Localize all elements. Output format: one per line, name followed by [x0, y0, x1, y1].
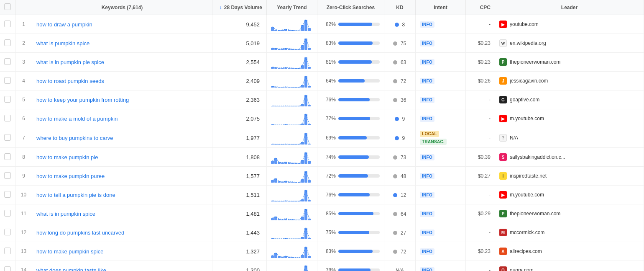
row-checkbox[interactable]	[4, 248, 11, 254]
zero-click-cell: 64%	[317, 72, 384, 90]
kd-dot	[395, 23, 399, 27]
badge-info: INFO	[420, 59, 434, 65]
row-checkbox[interactable]	[4, 58, 11, 65]
svg-rect-143	[308, 238, 311, 239]
zero-click-bar-bg	[338, 212, 380, 215]
header-zeroclik: Zero-Click Searches	[317, 0, 384, 15]
kd-cell: 75	[384, 34, 415, 53]
svg-rect-118	[304, 190, 307, 201]
keyword-cell: what does pumpkin taste like	[32, 261, 212, 271]
intent-cell: INFO	[415, 90, 465, 109]
svg-rect-96	[271, 180, 274, 183]
row-checkbox[interactable]	[4, 96, 11, 103]
kd-value: 27	[401, 230, 406, 236]
row-checkbox[interactable]	[4, 191, 11, 198]
intent-label: Intent	[434, 5, 447, 10]
zero-click-bar-bg	[338, 231, 380, 234]
svg-rect-47	[308, 86, 311, 88]
row-checkbox[interactable]	[4, 172, 11, 179]
cpc-cell: $0.39	[465, 148, 495, 167]
keyword-link[interactable]: how long do pumpkins last uncarved	[36, 230, 124, 236]
table-row: 1 how to draw a pumpkin 9,452 82% 8 INFO…	[0, 15, 644, 34]
favicon-sba: S	[499, 153, 507, 161]
row-number: 4	[15, 72, 32, 90]
keyword-link[interactable]: what is pumpkin spice	[36, 40, 89, 46]
table-row: 14 what does pumpkin taste like 1,300 78…	[0, 261, 644, 271]
row-checkbox[interactable]	[4, 153, 11, 160]
row-number: 1	[15, 15, 32, 34]
intent-cell: INFO	[415, 53, 465, 72]
leader-name: N/A	[510, 135, 518, 141]
leader-cell: i inspiredtaste.net	[495, 167, 644, 186]
volume-cell: 2,554	[212, 53, 266, 72]
table-row: 3 what is in pumpkin pie spice 2,554 81%…	[0, 53, 644, 72]
zero-click-bar-fill	[338, 212, 373, 215]
kd-cell: 12	[384, 186, 415, 204]
keyword-cell: how to draw a pumpkin	[32, 15, 212, 34]
cpc-cell: -	[465, 109, 495, 128]
row-checkbox[interactable]	[4, 21, 11, 27]
zero-click-pct: 69%	[322, 135, 336, 141]
select-all-checkbox[interactable]	[4, 3, 11, 10]
svg-rect-106	[304, 171, 307, 183]
cpc-label: CPC	[480, 5, 491, 10]
cpc-cell: $0.23	[465, 34, 495, 53]
row-checkbox[interactable]	[4, 115, 11, 121]
zero-click-cell: 78%	[317, 261, 384, 271]
table-row: 8 how to make pumpkin pie 1,808 74% 73 I…	[0, 148, 644, 167]
row-checkbox[interactable]	[4, 266, 11, 271]
keyword-link[interactable]: how to make pumpkin pie	[36, 154, 98, 160]
keyword-link[interactable]: where to buy pumpkins to carve	[36, 135, 113, 141]
row-checkbox[interactable]	[4, 210, 11, 217]
header-keywords[interactable]: Keywords (7,614)	[32, 0, 212, 15]
favicon-na: ?	[499, 134, 507, 142]
header-cpc: CPC	[465, 0, 495, 15]
kd-value: N/A	[396, 268, 404, 271]
keyword-link[interactable]: what is in pumpkin pie spice	[36, 59, 104, 65]
row-checkbox[interactable]	[4, 77, 11, 84]
zero-click-cell: 77%	[317, 109, 384, 128]
row-checkbox[interactable]	[4, 134, 11, 141]
keyword-link[interactable]: how to keep your pumpkin from rotting	[36, 97, 129, 103]
badge-info: INFO	[420, 78, 434, 84]
zero-click-cell: 83%	[317, 34, 384, 53]
header-volume[interactable]: ↓ 28 Days Volume	[212, 0, 266, 15]
row-checkbox-cell	[0, 167, 15, 186]
leader-name: mccormick.com	[510, 230, 544, 235]
keyword-link[interactable]: how to make pumpkin spice	[36, 248, 103, 255]
keyword-link[interactable]: how to draw a pumpkin	[36, 21, 92, 28]
badge-info: INFO	[420, 192, 434, 198]
header-trend: Yearly Trend	[266, 0, 317, 15]
volume-cell: 2,409	[212, 72, 266, 90]
keyword-link[interactable]: how to make pumpkin puree	[36, 173, 105, 179]
table-row: 2 what is pumpkin spice 5,019 83% 75 INF…	[0, 34, 644, 53]
volume-cell: 1,443	[212, 223, 266, 242]
row-number: 8	[15, 148, 32, 167]
favicon-yt: ▶	[499, 191, 507, 199]
keyword-link[interactable]: what does pumpkin taste like	[36, 267, 106, 271]
row-number: 5	[15, 90, 32, 109]
row-checkbox[interactable]	[4, 229, 11, 235]
table-row: 4 how to roast pumpkin seeds 2,409 64% 7…	[0, 72, 644, 90]
svg-rect-59	[308, 105, 311, 106]
table-row: 9 how to make pumpkin puree 1,577 72% 48…	[0, 167, 644, 186]
cpc-cell: $0.29	[465, 204, 495, 223]
row-checkbox-cell	[0, 53, 15, 72]
kd-cell: N/A	[384, 261, 415, 271]
trend-chart	[271, 18, 313, 31]
keyword-link[interactable]: what is in pumpkin spice	[36, 211, 95, 217]
badge-info: INFO	[420, 230, 434, 236]
kd-value: 63	[401, 59, 406, 65]
leader-cell: W en.wikipedia.org	[495, 34, 644, 53]
keyword-link[interactable]: how to roast pumpkin seeds	[36, 78, 104, 84]
leader-cell: S sallysbakingaddiction.c...	[495, 148, 644, 167]
keyword-link[interactable]: how to tell a pumpkin pie is done	[36, 192, 115, 198]
keyword-link[interactable]: how to make a mold of a pumpkin	[36, 116, 118, 122]
table-row: 12 how long do pumpkins last uncarved 1,…	[0, 223, 644, 242]
svg-rect-153	[301, 255, 304, 258]
row-checkbox-cell	[0, 186, 15, 204]
intent-cell: INFO	[415, 261, 465, 271]
cpc-cell: -	[465, 186, 495, 204]
row-checkbox[interactable]	[4, 39, 11, 46]
zero-click-bar-bg	[338, 155, 380, 159]
